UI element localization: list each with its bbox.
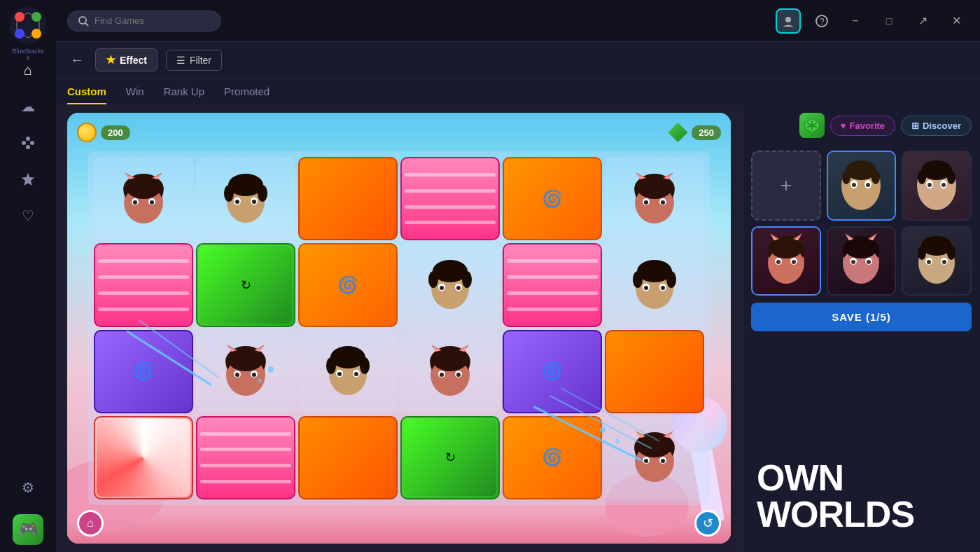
svg-point-125	[872, 170, 880, 184]
sidebar-item-multi[interactable]	[13, 127, 43, 158]
search-input[interactable]	[94, 15, 206, 26]
gem-count: 250	[692, 125, 721, 140]
avatar-cell-4[interactable]	[827, 226, 897, 296]
candy-cell[interactable]	[298, 157, 398, 240]
candy-cell[interactable]	[400, 157, 500, 240]
bluestacks-logo[interactable]: BlueStacks X	[10, 7, 46, 43]
filter-button[interactable]: ☰ Filter	[166, 50, 222, 71]
account-button[interactable]: ↗	[910, 8, 935, 34]
candy-cell[interactable]	[605, 157, 704, 240]
avatar-cell-5[interactable]	[902, 226, 972, 296]
svg-rect-127	[923, 177, 951, 198]
candy-cell[interactable]	[298, 416, 398, 499]
toolbar: ← ★ Effect ☰ Filter	[56, 42, 980, 78]
candy-cell[interactable]: ↻	[400, 416, 500, 499]
game-refresh-button[interactable]: ↺	[694, 510, 721, 537]
content-row: 200 250	[56, 104, 980, 552]
heart-icon: ♥	[841, 120, 846, 131]
coin-bar: 200	[77, 123, 130, 142]
svg-point-2	[15, 12, 24, 22]
candy-cell[interactable]	[94, 243, 193, 326]
avatar-add-button[interactable]: +	[751, 151, 821, 221]
sidebar-item-home[interactable]: ⌂	[13, 55, 43, 85]
tab-win[interactable]: Win	[126, 85, 144, 104]
candy-cell[interactable]: 🌀	[94, 330, 193, 413]
right-panel-top: ♥ Favorite ⊞ Discover	[751, 113, 972, 144]
avatar-cell-3[interactable]	[751, 226, 821, 296]
tab-promoted[interactable]: Promoted	[224, 85, 270, 104]
candy-cell[interactable]	[605, 416, 704, 499]
svg-text:?: ?	[820, 17, 825, 27]
candy-cell[interactable]: 🌀	[503, 416, 602, 499]
topbar-right: ? − □ ↗ ✕	[776, 8, 969, 34]
minimize-button[interactable]: −	[843, 8, 868, 34]
game-area: 200 250	[56, 104, 742, 552]
effect-button[interactable]: ★ Effect	[95, 48, 158, 71]
game-home-button[interactable]: ⌂	[77, 510, 104, 537]
back-button[interactable]: ←	[67, 49, 87, 71]
svg-point-61	[661, 286, 665, 290]
candy-cell[interactable]	[605, 330, 704, 413]
avatar-cell-1[interactable]	[827, 151, 897, 221]
candy-cell[interactable]: ↻	[196, 243, 295, 326]
avatar-grid: +	[751, 151, 972, 296]
svg-point-161	[927, 260, 931, 264]
svg-rect-118	[847, 177, 875, 198]
sidebar-item-cloud[interactable]: ☁	[13, 91, 43, 122]
user-avatar-button[interactable]	[776, 8, 801, 34]
svg-point-34	[224, 185, 234, 202]
svg-point-124	[842, 170, 850, 184]
candy-cell[interactable]: 🌀	[298, 243, 398, 326]
candy-cell[interactable]: 🌀	[503, 330, 602, 413]
svg-point-40	[644, 200, 648, 205]
candy-cell[interactable]	[196, 416, 295, 499]
candy-cell[interactable]	[298, 330, 398, 413]
tab-rankup[interactable]: Rank Up	[164, 85, 204, 104]
favorite-button[interactable]: ♥ Favorite	[830, 116, 895, 136]
svg-point-55	[462, 271, 472, 288]
svg-point-81	[354, 372, 358, 376]
svg-rect-158	[920, 254, 953, 275]
bluestacks-badge[interactable]: 🎮	[13, 514, 43, 545]
svg-rect-28	[228, 193, 263, 214]
coin-count: 200	[101, 125, 130, 140]
svg-point-51	[440, 286, 444, 290]
tabs-bar: Custom Win Rank Up Promoted	[56, 78, 980, 104]
sidebar-item-achievement[interactable]	[13, 164, 43, 195]
discover-button[interactable]: ⊞ Discover	[901, 116, 972, 136]
own-worlds-promo: OWN WORLDS	[751, 448, 972, 544]
svg-point-7	[26, 137, 30, 141]
candy-cell[interactable]	[605, 243, 704, 326]
candy-cell[interactable]: 🌀	[503, 157, 602, 240]
svg-point-13	[785, 17, 791, 22]
svg-point-5	[31, 29, 41, 39]
coin-icon	[77, 123, 97, 142]
close-button[interactable]: ✕	[944, 8, 969, 34]
svg-point-83	[326, 357, 336, 374]
svg-point-31	[235, 200, 239, 204]
save-button[interactable]: SAVE (1/5)	[751, 303, 972, 331]
candy-cell[interactable]	[400, 243, 500, 326]
app-icon	[799, 113, 825, 138]
candy-cell[interactable]	[400, 330, 500, 413]
maximize-button[interactable]: □	[876, 8, 902, 34]
sidebar-item-favorite[interactable]: ♡	[13, 200, 43, 231]
svg-rect-48	[433, 280, 468, 301]
svg-point-84	[360, 357, 370, 374]
sidebar-item-settings[interactable]: ⚙	[13, 472, 43, 503]
candy-cell[interactable]	[196, 330, 295, 413]
svg-point-134	[947, 170, 955, 184]
candy-cell[interactable]	[503, 243, 602, 326]
search-box[interactable]	[67, 11, 221, 32]
main-content: ? − □ ↗ ✕ ← ★ Effect ☰ Filter Custom Win…	[56, 0, 980, 552]
candy-cell[interactable]	[196, 157, 295, 240]
svg-point-101	[661, 459, 665, 463]
tab-custom[interactable]: Custom	[67, 85, 106, 104]
help-button[interactable]: ?	[809, 8, 834, 34]
svg-point-20	[133, 200, 137, 205]
avatar-cell-2[interactable]	[902, 151, 972, 221]
svg-point-80	[337, 372, 342, 376]
svg-point-139	[776, 260, 780, 264]
candy-cell[interactable]	[94, 416, 193, 499]
candy-cell[interactable]	[94, 157, 193, 240]
